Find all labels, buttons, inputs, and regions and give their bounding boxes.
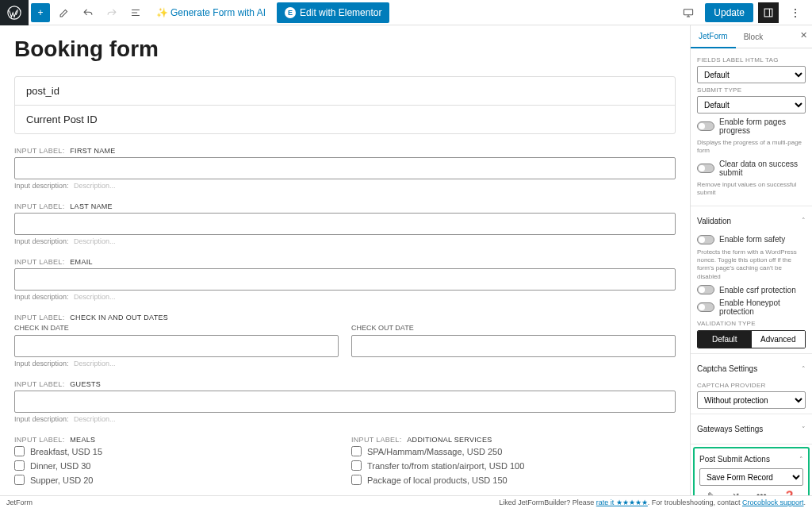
page-title[interactable]: Booking form xyxy=(14,37,676,62)
edit-elementor-button[interactable]: EEdit with Elementor xyxy=(277,2,389,23)
guests-input[interactable] xyxy=(14,391,676,413)
close-icon[interactable]: ✕ xyxy=(800,30,807,40)
hidden-field-name: post_id xyxy=(15,77,675,106)
outline-icon[interactable] xyxy=(126,3,145,22)
more-menu-icon[interactable]: ⋮ xyxy=(786,3,805,22)
settings-sidebar: JetForm Block ✕ FIELDS LABEL HTML TAG De… xyxy=(690,25,812,495)
honeypot-toggle[interactable] xyxy=(697,302,714,312)
form-safety-toggle[interactable] xyxy=(697,235,714,244)
progress-toggle[interactable] xyxy=(697,121,714,131)
footer-bar: JetForm Liked JetFormBuilder? Please rat… xyxy=(0,495,812,508)
wp-logo[interactable] xyxy=(0,0,29,25)
last-name-input[interactable] xyxy=(14,213,676,235)
list-item[interactable]: Breakfast, USD 15 xyxy=(14,446,339,456)
hidden-field-value: Current Post ID xyxy=(15,106,675,133)
gateways-section[interactable]: Gateways Settings˅ xyxy=(697,419,806,439)
captcha-section[interactable]: Captcha Settings˄ xyxy=(697,359,806,379)
first-name-input[interactable] xyxy=(14,157,676,179)
list-item[interactable]: Dinner, USD 30 xyxy=(14,460,339,471)
check-in-input[interactable] xyxy=(14,335,339,357)
list-item[interactable]: Package of local products, USD 150 xyxy=(351,475,676,485)
rate-link[interactable]: rate it ★★★★★ xyxy=(596,498,648,506)
clear-data-toggle[interactable] xyxy=(697,164,714,173)
email-input[interactable] xyxy=(14,268,676,291)
add-block-button[interactable]: + xyxy=(31,3,50,22)
list-item[interactable]: Transfer to/from station/airport, USD 10… xyxy=(351,460,676,471)
update-button[interactable]: Update xyxy=(705,3,753,22)
settings-panel-toggle[interactable] xyxy=(758,2,779,23)
footer-left: JetForm xyxy=(6,498,33,506)
svg-rect-1 xyxy=(684,9,693,14)
captcha-provider-select[interactable]: Without protection xyxy=(697,391,806,409)
topbar: + ✨Generate Form with AI EEdit with Elem… xyxy=(0,0,812,25)
submit-action-select[interactable]: Save Form Record xyxy=(699,468,803,486)
validation-section[interactable]: Validation˄ xyxy=(697,211,806,231)
tab-block[interactable]: Block xyxy=(736,25,771,48)
post-submit-actions-panel: Post Submit Actions˄ Save Form Record ✎ … xyxy=(693,447,810,495)
redo-icon[interactable] xyxy=(102,3,121,22)
desktop-preview-icon[interactable] xyxy=(679,3,698,22)
list-item[interactable]: SPA/Hammam/Massage, USD 250 xyxy=(351,446,676,456)
support-link[interactable]: Crocoblock support xyxy=(742,498,804,506)
csrf-toggle[interactable] xyxy=(697,285,714,294)
fields-label-tag-select[interactable]: Default xyxy=(697,66,806,83)
undo-icon[interactable] xyxy=(79,3,98,22)
validation-type-segment[interactable]: Default Advanced xyxy=(697,330,806,348)
hidden-field-block[interactable]: post_id Current Post ID xyxy=(14,76,676,134)
tab-jetform[interactable]: JetForm xyxy=(691,25,736,48)
list-item[interactable]: Supper, USD 20 xyxy=(14,475,339,485)
svg-rect-2 xyxy=(764,9,772,17)
submit-type-select[interactable]: Default xyxy=(697,96,806,114)
check-out-input[interactable] xyxy=(351,335,676,357)
generate-ai-button[interactable]: ✨Generate Form with AI xyxy=(150,3,272,22)
edit-icon[interactable] xyxy=(55,3,74,22)
editor-canvas: Booking form post_id Current Post ID INP… xyxy=(0,25,690,495)
